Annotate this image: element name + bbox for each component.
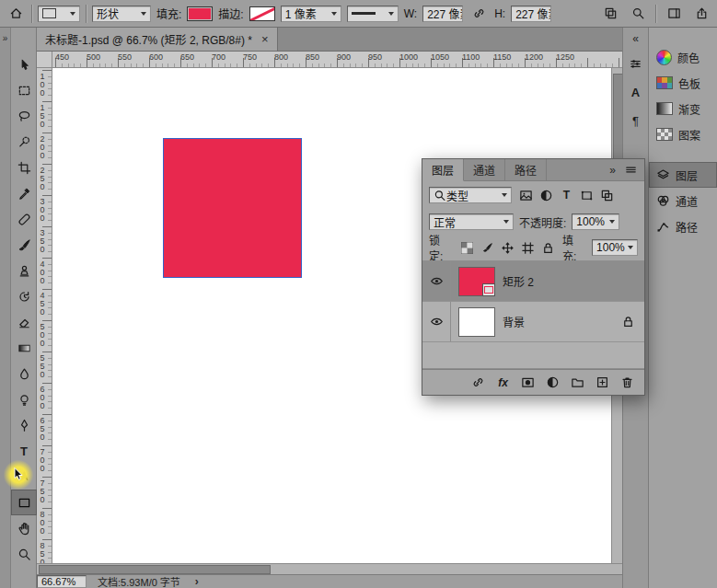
- layers-list: 矩形 2背景: [422, 260, 644, 369]
- horizontal-scrollbar-thumb[interactable]: [39, 565, 271, 574]
- stroke-type-select[interactable]: [347, 6, 399, 22]
- tab-channels[interactable]: 通道: [464, 159, 505, 180]
- filter-adjustment-layers-icon[interactable]: [538, 187, 555, 204]
- status-options-chevron[interactable]: ›: [191, 575, 202, 588]
- tab-paths[interactable]: 路径: [505, 159, 547, 180]
- tool-lasso[interactable]: [11, 103, 37, 129]
- panel-button-label: 通道: [676, 193, 698, 209]
- home-icon[interactable]: [6, 4, 26, 24]
- add-layer-mask-icon[interactable]: [518, 373, 538, 392]
- tool-quick-select[interactable]: [11, 129, 37, 155]
- tool-clone-stamp[interactable]: [11, 258, 37, 283]
- tool-marquee[interactable]: [11, 77, 37, 103]
- blend-mode-select[interactable]: 正常: [429, 213, 514, 230]
- panel-button-channels[interactable]: 通道: [649, 188, 717, 213]
- height-input[interactable]: 227 像素: [511, 6, 551, 22]
- layer-visibility-eye-icon[interactable]: [422, 261, 451, 301]
- tool-pen[interactable]: [11, 412, 37, 438]
- delete-layer-icon[interactable]: [618, 373, 637, 392]
- layer-name[interactable]: 矩形 2: [503, 273, 534, 289]
- tool-dodge[interactable]: [11, 386, 37, 412]
- document-tab[interactable]: 未标题-1.psd @ 66.7% (矩形 2, RGB/8#) * ×: [37, 28, 278, 51]
- fill-opacity-select[interactable]: 100%: [592, 239, 638, 256]
- share-icon[interactable]: [691, 4, 711, 24]
- lock-position-icon[interactable]: [499, 239, 516, 257]
- tool-hand[interactable]: [11, 515, 37, 541]
- tool-type[interactable]: T: [11, 438, 37, 464]
- filter-shape-layers-icon[interactable]: [578, 187, 596, 204]
- layer-style-icon[interactable]: fx: [493, 373, 513, 392]
- character-panel-icon[interactable]: A: [625, 81, 647, 103]
- tool-move[interactable]: [11, 52, 37, 77]
- filter-pixel-layers-icon[interactable]: [517, 187, 535, 204]
- collapse-panel-chevron[interactable]: »: [609, 164, 616, 177]
- filter-type-layers-icon[interactable]: T: [558, 187, 575, 204]
- lock-all-icon[interactable]: [539, 239, 557, 257]
- fill-color-swatch[interactable]: [187, 6, 213, 21]
- properties-panel-icon[interactable]: [625, 52, 647, 75]
- ruler-label: 700: [38, 447, 47, 472]
- panel-button-gradients[interactable]: 渐变: [649, 96, 717, 121]
- lock-transparent-pixels-icon[interactable]: [458, 239, 476, 257]
- expand-toolbar-chevron[interactable]: »: [3, 33, 8, 43]
- horizontal-ruler[interactable]: 4505005506006507007508008509009501000105…: [52, 52, 622, 68]
- tab-layers[interactable]: 图层: [422, 159, 464, 181]
- layer-row[interactable]: 矩形 2: [422, 261, 644, 302]
- panel-button-paths[interactable]: 路径: [649, 213, 717, 239]
- new-layer-icon[interactable]: [593, 373, 612, 392]
- tool-preset-dropdown[interactable]: [38, 6, 80, 22]
- layer-visibility-eye-icon[interactable]: [422, 302, 451, 341]
- tool-crop[interactable]: [11, 155, 37, 180]
- link-dimensions-icon[interactable]: [468, 4, 489, 24]
- layer-thumbnail[interactable]: [458, 267, 495, 296]
- path-operations-icon[interactable]: [600, 4, 620, 24]
- zoom-level-input[interactable]: 66.67%: [37, 575, 87, 588]
- close-tab-icon[interactable]: ×: [261, 32, 269, 46]
- stroke-width-select[interactable]: 1 像素: [281, 6, 341, 22]
- lock-image-pixels-icon[interactable]: [479, 239, 496, 257]
- ruler-origin-corner[interactable]: [37, 52, 52, 68]
- panel-button-layers[interactable]: 图层: [649, 162, 717, 188]
- tool-gradient-tool[interactable]: [11, 335, 37, 361]
- blend-opacity-row: 正常 不透明度: 100%: [422, 209, 644, 235]
- tool-path-select[interactable]: [11, 464, 37, 490]
- tool-healing[interactable]: [11, 206, 37, 232]
- panel-button-patterns[interactable]: 图案: [649, 121, 717, 147]
- width-input[interactable]: 227 像素: [422, 6, 463, 22]
- vertical-ruler[interactable]: 1001502002503003504004505005506006507007…: [37, 68, 52, 563]
- tool-mode-select[interactable]: 形状: [92, 6, 151, 22]
- paragraph-panel-icon[interactable]: ¶: [625, 110, 647, 132]
- layer-filter-icons: T: [517, 187, 616, 204]
- ruler-label: 800: [38, 510, 47, 535]
- link-layers-icon[interactable]: [468, 373, 488, 392]
- rectangle-shape[interactable]: [163, 138, 302, 278]
- stroke-color-swatch[interactable]: [249, 6, 275, 21]
- document-info: 文档:5.93M/0 字节: [98, 574, 180, 588]
- tool-brush[interactable]: [11, 232, 37, 258]
- horizontal-scrollbar[interactable]: [37, 563, 622, 574]
- layer-name[interactable]: 背景: [503, 314, 525, 329]
- opacity-select[interactable]: 100%: [572, 213, 619, 230]
- workspace-switcher-icon[interactable]: [664, 4, 684, 24]
- tool-history-brush[interactable]: [11, 283, 37, 309]
- panel-button-color[interactable]: 颜色: [649, 44, 717, 70]
- tool-blur[interactable]: [11, 361, 37, 386]
- tool-eraser[interactable]: [11, 309, 37, 335]
- search-icon[interactable]: [628, 4, 648, 24]
- panel-button-swatches[interactable]: 色板: [649, 70, 717, 96]
- layer-filter-select[interactable]: 类型: [429, 187, 512, 203]
- layer-thumbnail[interactable]: [458, 307, 495, 337]
- tool-eyedropper[interactable]: [11, 180, 37, 206]
- tool-zoom[interactable]: [11, 541, 37, 567]
- expand-panels-chevron[interactable]: «: [623, 32, 648, 45]
- fill-label: 填充:: [156, 6, 181, 21]
- panel-menu-icon[interactable]: [623, 163, 638, 178]
- layer-row[interactable]: 背景: [422, 302, 644, 342]
- new-group-icon[interactable]: [568, 373, 587, 392]
- filter-smart-objects-icon[interactable]: [598, 187, 616, 204]
- layers-panel-footer: fx: [422, 369, 644, 395]
- new-adjustment-layer-icon[interactable]: [543, 373, 562, 392]
- lock-artboard-icon[interactable]: [519, 239, 537, 257]
- ruler-label: 1050: [431, 52, 449, 62]
- tool-rectangle-tool[interactable]: [11, 490, 37, 515]
